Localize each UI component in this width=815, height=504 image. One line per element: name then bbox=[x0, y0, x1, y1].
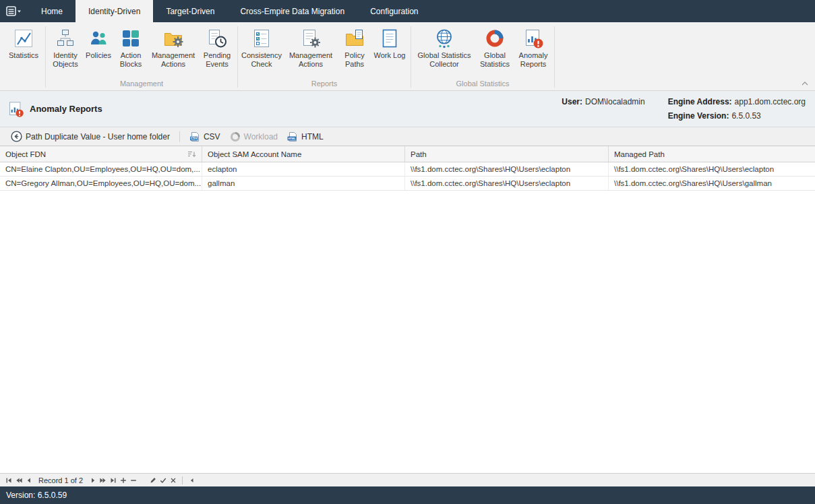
management-actions-report-icon bbox=[300, 28, 322, 49]
anomaly-reports-title-icon bbox=[7, 100, 24, 118]
back-button[interactable]: Path Duplicate Value - User home folder bbox=[6, 129, 175, 144]
column-header-object-fdn[interactable]: Object FDN bbox=[0, 146, 202, 162]
nav-edit-record-button[interactable] bbox=[148, 475, 158, 486]
ribbon-button-label: Work Log bbox=[374, 51, 406, 60]
ribbon-group-reports: Consistency Check Management Actions bbox=[239, 24, 410, 90]
global-statistics-icon bbox=[484, 28, 506, 49]
tab-label: Home bbox=[41, 7, 63, 16]
column-header-path[interactable]: Path bbox=[405, 146, 609, 162]
tab-target-driven[interactable]: Target-Driven bbox=[153, 0, 227, 22]
minus-icon bbox=[130, 477, 137, 484]
report-toolbar: Path Duplicate Value - User home folder … bbox=[0, 127, 815, 146]
nav-append-record-button[interactable] bbox=[118, 475, 128, 486]
nav-prev-page-button[interactable] bbox=[13, 475, 24, 486]
navigator-separator bbox=[182, 476, 183, 484]
table-row[interactable]: CN=Gregory Allman,OU=Employees,OU=HQ,OU=… bbox=[0, 177, 815, 191]
nav-first-record-button[interactable] bbox=[3, 475, 13, 486]
ribbon-button-statistics[interactable]: Statistics bbox=[4, 25, 43, 61]
table-row[interactable]: CN=Elaine Clapton,OU=Employees,OU=HQ,OU=… bbox=[0, 162, 815, 177]
export-html-label: HTML bbox=[301, 132, 324, 141]
ribbon-button-label: Action Blocks bbox=[115, 51, 146, 69]
export-csv-label: CSV bbox=[204, 132, 220, 141]
workload-label: Workload bbox=[244, 132, 278, 141]
hscroll-left-button[interactable] bbox=[187, 475, 197, 486]
grid-empty-area bbox=[0, 191, 815, 473]
page-title: Anomaly Reports bbox=[30, 104, 102, 114]
nav-last-record-button[interactable] bbox=[108, 475, 118, 486]
tab-home[interactable]: Home bbox=[28, 0, 76, 22]
export-html-button[interactable]: HTML HTML bbox=[282, 129, 328, 144]
tab-label: Cross-Empire Data Migration bbox=[240, 7, 344, 16]
record-count-text: Record 1 of 2 bbox=[38, 476, 83, 484]
record-navigator: Record 1 of 2 bbox=[0, 473, 815, 486]
user-label: User: bbox=[562, 97, 582, 106]
ribbon-button-identity-objects[interactable]: Identity Objects bbox=[48, 25, 83, 70]
work-log-icon bbox=[379, 28, 400, 49]
pencil-icon bbox=[150, 477, 156, 484]
column-header-label: Object SAM Account Name bbox=[208, 150, 301, 158]
app-menu-button[interactable] bbox=[0, 0, 28, 22]
management-actions-icon bbox=[162, 28, 184, 49]
nav-delete-record-button[interactable] bbox=[128, 475, 138, 486]
ribbon-button-global-statistics-collector[interactable]: Global Statistics Collector bbox=[413, 25, 475, 70]
ribbon-group-label: Global Statistics bbox=[412, 79, 553, 90]
ribbon-button-policies[interactable]: Policies bbox=[83, 25, 114, 61]
cell-object-sam-account-name: gallman bbox=[202, 177, 405, 190]
ribbon-group-statistics: Statistics bbox=[3, 24, 44, 90]
ribbon-button-anomaly-reports[interactable]: Anomaly Reports bbox=[514, 25, 552, 70]
ribbon-button-action-blocks[interactable]: Action Blocks bbox=[114, 25, 148, 70]
engine-version-info: Engine Version:6.5.0.53 bbox=[668, 111, 806, 121]
ribbon-button-global-statistics[interactable]: Global Statistics bbox=[475, 25, 514, 70]
plus-icon bbox=[120, 477, 127, 484]
statistics-icon bbox=[13, 28, 34, 49]
cell-path: \\fs1.dom.cctec.org\Shares\HQ\Users\ecla… bbox=[405, 177, 609, 190]
tab-identity-driven[interactable]: Identity-Driven bbox=[76, 0, 153, 22]
tab-configuration[interactable]: Configuration bbox=[357, 0, 431, 22]
last-record-icon bbox=[110, 477, 117, 484]
ribbon-button-label: Global Statistics bbox=[477, 51, 513, 69]
ribbon-group-divider bbox=[411, 26, 411, 88]
sort-ascending-icon bbox=[187, 150, 196, 158]
grid-header-row: Object FDN Object SAM Account Name Path … bbox=[0, 146, 815, 162]
app-window: Home Identity-Driven Target-Driven Cross… bbox=[0, 0, 815, 504]
nav-cancel-edit-button[interactable] bbox=[168, 475, 178, 486]
ribbon-button-pending-events[interactable]: Pending Events bbox=[199, 25, 235, 70]
ribbon-group-label: Management bbox=[47, 79, 237, 90]
nav-end-edit-button[interactable] bbox=[158, 475, 168, 486]
nav-next-record-button[interactable] bbox=[88, 475, 98, 486]
ribbon-button-label: Management Actions bbox=[149, 51, 198, 69]
ribbon-button-label: Pending Events bbox=[200, 51, 234, 69]
close-icon bbox=[170, 477, 177, 484]
workload-button[interactable]: Workload bbox=[225, 129, 282, 144]
html-file-icon: HTML bbox=[287, 131, 298, 142]
column-header-label: Path bbox=[411, 150, 427, 158]
ribbon-button-label: Consistency Check bbox=[241, 51, 282, 69]
policy-paths-icon bbox=[344, 28, 365, 49]
cell-object-fdn: CN=Elaine Clapton,OU=Employees,OU=HQ,OU=… bbox=[0, 162, 202, 176]
tab-cross-empire-data-migration[interactable]: Cross-Empire Data Migration bbox=[227, 0, 357, 22]
nav-next-page-button[interactable] bbox=[98, 475, 108, 486]
ribbon-button-label: Identity Objects bbox=[49, 51, 82, 69]
svg-text:CSV: CSV bbox=[191, 137, 198, 140]
engine-version-value: 6.5.0.53 bbox=[731, 111, 760, 121]
engine-info: User:DOM\localadmin Engine Address:app1.… bbox=[562, 97, 808, 121]
top-menu-bar: Home Identity-Driven Target-Driven Cross… bbox=[0, 0, 815, 22]
cell-object-fdn: CN=Gregory Allman,OU=Employees,OU=HQ,OU=… bbox=[0, 177, 202, 190]
ribbon-button-management-actions-report[interactable]: Management Actions bbox=[283, 25, 338, 70]
export-csv-button[interactable]: CSV CSV bbox=[185, 129, 225, 144]
next-record-icon bbox=[90, 477, 96, 484]
column-header-object-sam-account-name[interactable]: Object SAM Account Name bbox=[202, 146, 405, 162]
ribbon-button-consistency-check[interactable]: Consistency Check bbox=[240, 25, 283, 70]
ribbon-button-management-actions[interactable]: Management Actions bbox=[148, 25, 199, 70]
nav-prev-record-button[interactable] bbox=[24, 475, 34, 486]
ribbon-button-work-log[interactable]: Work Log bbox=[371, 25, 409, 61]
horizontal-scrollbar-track[interactable] bbox=[197, 475, 812, 486]
policies-icon bbox=[88, 28, 109, 49]
consistency-check-icon bbox=[251, 28, 272, 49]
column-header-managed-path[interactable]: Managed Path bbox=[609, 146, 815, 162]
ribbon-button-label: Anomaly Reports bbox=[516, 51, 551, 69]
global-statistics-collector-icon bbox=[433, 28, 455, 49]
ribbon-button-policy-paths[interactable]: Policy Paths bbox=[338, 25, 371, 70]
identity-objects-icon bbox=[55, 28, 76, 49]
ribbon-collapse-button[interactable] bbox=[802, 78, 808, 88]
